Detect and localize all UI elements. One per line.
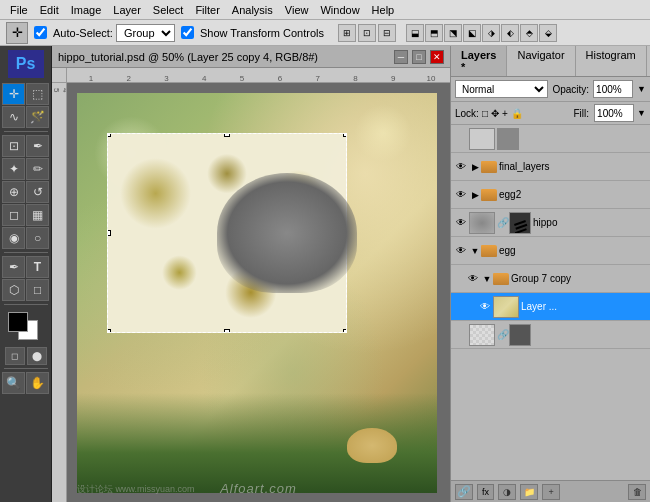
menu-layer[interactable]: Layer xyxy=(107,4,147,16)
lock-pixel-icon[interactable]: □ xyxy=(482,108,488,119)
healing-tool[interactable]: ✦ xyxy=(2,158,25,180)
canvas-minimize-button[interactable]: ─ xyxy=(394,50,408,64)
menu-edit[interactable]: Edit xyxy=(34,4,65,16)
standard-mode[interactable]: ◻ xyxy=(5,347,25,365)
menu-select[interactable]: Select xyxy=(147,4,190,16)
lock-all-icon[interactable]: + xyxy=(502,108,508,119)
canvas-maximize-button[interactable]: □ xyxy=(412,50,426,64)
fill-chevron[interactable]: ▼ xyxy=(637,108,646,118)
tab-layers[interactable]: Layers * xyxy=(451,46,507,76)
layer-expand-egg[interactable]: ▼ xyxy=(469,245,481,257)
distribute-h-icon[interactable]: ⬘ xyxy=(520,24,538,42)
layer-eye-hippo[interactable]: 👁 xyxy=(453,215,469,231)
auto-select-dropdown[interactable]: Group xyxy=(116,24,175,42)
brush-tool[interactable]: ✏ xyxy=(26,158,49,180)
canvas-content[interactable]: 设计论坛 www.missyuan.com Alfoart.com xyxy=(67,83,450,502)
layer-item-active[interactable]: 👁 Layer ... xyxy=(451,293,650,321)
pen-tool[interactable]: ✒ xyxy=(2,256,25,278)
new-layer-button[interactable]: + xyxy=(542,484,560,500)
ruler-tick-5: 5 xyxy=(223,74,261,83)
align-center-icon[interactable]: ⬒ xyxy=(425,24,443,42)
menu-file[interactable]: File xyxy=(4,4,34,16)
menu-image[interactable]: Image xyxy=(65,4,108,16)
menu-view[interactable]: View xyxy=(279,4,315,16)
layer-eye-group7[interactable]: 👁 xyxy=(465,271,481,287)
history-tool[interactable]: ↺ xyxy=(26,181,49,203)
align-middle-icon[interactable]: ⬗ xyxy=(482,24,500,42)
layer-expand-final[interactable]: ▶ xyxy=(469,161,481,173)
delete-layer-button[interactable]: 🗑 xyxy=(628,484,646,500)
fill-input[interactable] xyxy=(594,104,634,122)
hand-tool[interactable]: ✋ xyxy=(26,372,49,394)
layer-eye-top[interactable] xyxy=(453,131,469,147)
layer-eye-active[interactable]: 👁 xyxy=(477,299,493,315)
distribute-v-icon[interactable]: ⬙ xyxy=(539,24,557,42)
clone-tool[interactable]: ⊕ xyxy=(2,181,25,203)
layer-expand-group7[interactable]: ▼ xyxy=(481,273,493,285)
layer-item-group7copy[interactable]: 👁 ▼ Group 7 copy xyxy=(451,265,650,293)
tab-navigator[interactable]: Navigator xyxy=(507,46,575,76)
ruler-tick-7: 7 xyxy=(299,74,337,83)
transform-icon-2[interactable]: ⊡ xyxy=(358,24,376,42)
eraser-tool[interactable]: ◻ xyxy=(2,204,25,226)
blend-mode-select[interactable]: Normal xyxy=(455,80,548,98)
selection-tool[interactable]: ⬚ xyxy=(26,83,49,105)
menu-help[interactable]: Help xyxy=(366,4,401,16)
transform-icon-3[interactable]: ⊟ xyxy=(378,24,396,42)
layer-item-final-layers[interactable]: 👁 ▶ final_layers xyxy=(451,153,650,181)
eyedropper-tool[interactable]: ✒ xyxy=(26,135,49,157)
selection-handle-br[interactable] xyxy=(343,329,347,333)
layer-item-egg[interactable]: 👁 ▼ egg xyxy=(451,237,650,265)
layer-item-egg2[interactable]: 👁 ▶ egg2 xyxy=(451,181,650,209)
move-tool-icon[interactable]: ✛ xyxy=(6,22,28,44)
align-top-icon[interactable]: ⬕ xyxy=(463,24,481,42)
lasso-tool[interactable]: ∿ xyxy=(2,106,25,128)
selection-handle-ml[interactable] xyxy=(107,230,111,236)
layer-item-hippo[interactable]: 👁 🔗 hippo xyxy=(451,209,650,237)
zoom-tool[interactable]: 🔍 xyxy=(2,372,25,394)
canvas-close-button[interactable]: ✕ xyxy=(430,50,444,64)
shape-tool[interactable]: □ xyxy=(26,279,49,301)
ruler-tick-3: 3 xyxy=(148,74,186,83)
magic-wand-tool[interactable]: 🪄 xyxy=(26,106,49,128)
opacity-chevron[interactable]: ▼ xyxy=(637,84,646,94)
show-transform-checkbox[interactable] xyxy=(181,26,194,39)
add-group-button[interactable]: 📁 xyxy=(520,484,538,500)
link-layers-button[interactable]: 🔗 xyxy=(455,484,473,500)
align-bottom-icon[interactable]: ⬖ xyxy=(501,24,519,42)
selection-handle-tl[interactable] xyxy=(107,133,111,137)
type-tool[interactable]: T xyxy=(26,256,49,278)
blur-tool[interactable]: ◉ xyxy=(2,227,25,249)
selection-handle-tc[interactable] xyxy=(224,133,230,137)
menu-filter[interactable]: Filter xyxy=(189,4,225,16)
layer-eye-bottom[interactable] xyxy=(453,327,469,343)
auto-select-checkbox[interactable] xyxy=(34,26,47,39)
tab-histogram[interactable]: Histogram xyxy=(576,46,647,76)
layer-eye-egg[interactable]: 👁 xyxy=(453,243,469,259)
foreground-color-box[interactable] xyxy=(8,312,28,332)
layer-item-bottom[interactable]: 🔗 xyxy=(451,321,650,349)
layer-item-top[interactable] xyxy=(451,125,650,153)
quick-mask-mode[interactable]: ⬤ xyxy=(27,347,47,365)
lock-icon[interactable]: 🔒 xyxy=(511,108,523,119)
crop-tool[interactable]: ⊡ xyxy=(2,135,25,157)
layer-expand-egg2[interactable]: ▶ xyxy=(469,189,481,201)
lock-position-icon[interactable]: ✥ xyxy=(491,108,499,119)
fx-button[interactable]: fx xyxy=(477,484,494,500)
selection-handle-bl[interactable] xyxy=(107,329,111,333)
selection-handle-bc[interactable] xyxy=(224,329,230,333)
transform-icon-1[interactable]: ⊞ xyxy=(338,24,356,42)
menu-analysis[interactable]: Analysis xyxy=(226,4,279,16)
align-left-icon[interactable]: ⬓ xyxy=(406,24,424,42)
move-tool[interactable]: ✛ xyxy=(2,83,25,105)
dodge-tool[interactable]: ○ xyxy=(26,227,49,249)
path-tool[interactable]: ⬡ xyxy=(2,279,25,301)
align-right-icon[interactable]: ⬔ xyxy=(444,24,462,42)
gradient-tool[interactable]: ▦ xyxy=(26,204,49,226)
opacity-input[interactable] xyxy=(593,80,633,98)
add-adjustment-button[interactable]: ◑ xyxy=(498,484,516,500)
menu-window[interactable]: Window xyxy=(314,4,365,16)
layer-eye-egg2[interactable]: 👁 xyxy=(453,187,469,203)
layer-eye-final[interactable]: 👁 xyxy=(453,159,469,175)
selection-handle-tr[interactable] xyxy=(343,133,347,137)
